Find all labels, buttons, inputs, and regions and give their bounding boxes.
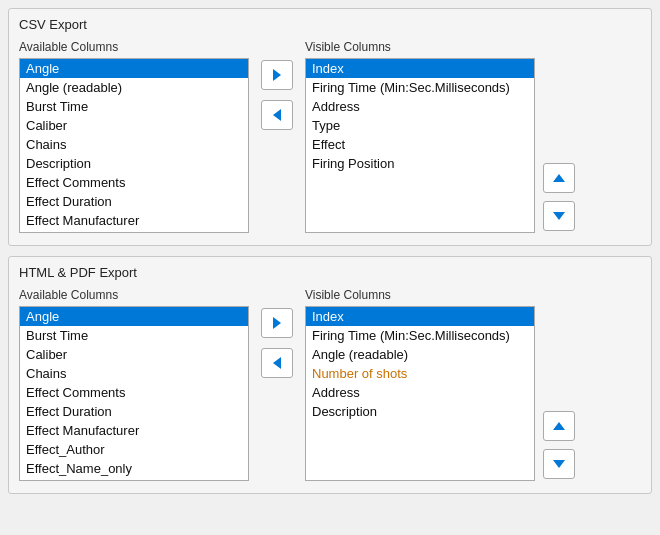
list-item[interactable]: Burst Time bbox=[20, 97, 248, 116]
list-item[interactable]: Effect Comments bbox=[20, 383, 248, 402]
html-move-up-button[interactable] bbox=[543, 411, 575, 441]
svg-marker-3 bbox=[553, 212, 565, 220]
list-item[interactable]: Angle (readable) bbox=[20, 78, 248, 97]
csv-visible-list: IndexFiring Time (Min:Sec.Milliseconds)A… bbox=[306, 59, 534, 173]
svg-marker-0 bbox=[273, 69, 281, 81]
list-item[interactable]: Effect_Author bbox=[20, 440, 248, 459]
list-item[interactable]: Caliber bbox=[20, 345, 248, 364]
html-available-list: AngleBurst TimeCaliberChainsEffect Comme… bbox=[20, 307, 248, 478]
csv-visible-listbox[interactable]: IndexFiring Time (Min:Sec.Milliseconds)A… bbox=[305, 58, 535, 233]
list-item[interactable]: Chains bbox=[20, 364, 248, 383]
html-visible-label: Visible Columns bbox=[305, 288, 575, 302]
csv-section-title: CSV Export bbox=[19, 17, 641, 32]
svg-marker-4 bbox=[273, 317, 281, 329]
list-item[interactable]: Angle bbox=[20, 59, 248, 78]
list-item[interactable]: Address bbox=[306, 383, 534, 402]
arrow-left-icon bbox=[269, 107, 285, 123]
html-visible-list: IndexFiring Time (Min:Sec.Milliseconds)A… bbox=[306, 307, 534, 421]
html-available-listbox[interactable]: AngleBurst TimeCaliberChainsEffect Comme… bbox=[19, 306, 249, 481]
list-item[interactable]: Effect bbox=[306, 135, 534, 154]
html-right-controls: IndexFiring Time (Min:Sec.Milliseconds)A… bbox=[305, 306, 575, 481]
list-item[interactable]: Caliber bbox=[20, 116, 248, 135]
html-move-right-button[interactable] bbox=[261, 308, 293, 338]
svg-marker-7 bbox=[553, 460, 565, 468]
arrow-up-icon bbox=[551, 418, 567, 434]
list-item[interactable]: Description bbox=[306, 402, 534, 421]
arrow-left-icon bbox=[269, 355, 285, 371]
csv-available-panel: Available Columns AngleAngle (readable)B… bbox=[19, 40, 249, 233]
csv-columns-container: Available Columns AngleAngle (readable)B… bbox=[19, 40, 641, 233]
list-item[interactable]: Address bbox=[306, 97, 534, 116]
csv-available-label: Available Columns bbox=[19, 40, 249, 54]
html-available-label: Available Columns bbox=[19, 288, 249, 302]
html-available-panel: Available Columns AngleBurst TimeCaliber… bbox=[19, 288, 249, 481]
svg-marker-6 bbox=[553, 422, 565, 430]
list-item[interactable]: Angle (readable) bbox=[306, 345, 534, 364]
html-columns-container: Available Columns AngleBurst TimeCaliber… bbox=[19, 288, 641, 481]
csv-move-right-button[interactable] bbox=[261, 60, 293, 90]
list-item[interactable]: Effect Manufacturer bbox=[20, 211, 248, 230]
svg-marker-1 bbox=[273, 109, 281, 121]
csv-move-down-button[interactable] bbox=[543, 201, 575, 231]
list-item[interactable]: Effect Comments bbox=[20, 173, 248, 192]
arrow-right-icon bbox=[269, 67, 285, 83]
html-export-section: HTML & PDF Export Available Columns Angl… bbox=[8, 256, 652, 494]
arrow-down-icon bbox=[551, 208, 567, 224]
html-section-title: HTML & PDF Export bbox=[19, 265, 641, 280]
csv-right-controls: IndexFiring Time (Min:Sec.Milliseconds)A… bbox=[305, 58, 575, 233]
csv-move-left-button[interactable] bbox=[261, 100, 293, 130]
html-middle-buttons bbox=[249, 308, 305, 378]
list-item[interactable]: Effect Manufacturer bbox=[20, 421, 248, 440]
list-item[interactable]: Type bbox=[306, 116, 534, 135]
list-item[interactable]: Firing Time (Min:Sec.Milliseconds) bbox=[306, 326, 534, 345]
arrow-right-icon bbox=[269, 315, 285, 331]
list-item[interactable]: Angle bbox=[20, 307, 248, 326]
csv-middle-buttons bbox=[249, 60, 305, 130]
csv-move-up-button[interactable] bbox=[543, 163, 575, 193]
csv-visible-label: Visible Columns bbox=[305, 40, 575, 54]
csv-export-section: CSV Export Available Columns AngleAngle … bbox=[8, 8, 652, 246]
list-item[interactable]: Firing Position bbox=[306, 154, 534, 173]
list-item[interactable]: Effect_Name_only bbox=[20, 459, 248, 478]
list-item[interactable]: Index bbox=[306, 59, 534, 78]
arrow-down-icon bbox=[551, 456, 567, 472]
list-item[interactable]: Burst Time bbox=[20, 326, 248, 345]
csv-visible-panel: Visible Columns IndexFiring Time (Min:Se… bbox=[305, 40, 575, 233]
list-item[interactable]: Number of shots bbox=[306, 364, 534, 383]
html-updown-buttons bbox=[535, 306, 575, 481]
html-visible-listbox[interactable]: IndexFiring Time (Min:Sec.Milliseconds)A… bbox=[305, 306, 535, 481]
list-item[interactable]: Index bbox=[306, 307, 534, 326]
html-move-left-button[interactable] bbox=[261, 348, 293, 378]
arrow-up-icon bbox=[551, 170, 567, 186]
list-item[interactable]: Description bbox=[20, 154, 248, 173]
list-item[interactable]: Chains bbox=[20, 135, 248, 154]
list-item[interactable]: Effect Duration bbox=[20, 402, 248, 421]
csv-updown-buttons bbox=[535, 58, 575, 233]
html-move-down-button[interactable] bbox=[543, 449, 575, 479]
svg-marker-5 bbox=[273, 357, 281, 369]
csv-available-listbox[interactable]: AngleAngle (readable)Burst TimeCaliberCh… bbox=[19, 58, 249, 233]
list-item[interactable]: Effect Duration bbox=[20, 192, 248, 211]
csv-available-list: AngleAngle (readable)Burst TimeCaliberCh… bbox=[20, 59, 248, 230]
svg-marker-2 bbox=[553, 174, 565, 182]
html-visible-panel: Visible Columns IndexFiring Time (Min:Se… bbox=[305, 288, 575, 481]
list-item[interactable]: Firing Time (Min:Sec.Milliseconds) bbox=[306, 78, 534, 97]
